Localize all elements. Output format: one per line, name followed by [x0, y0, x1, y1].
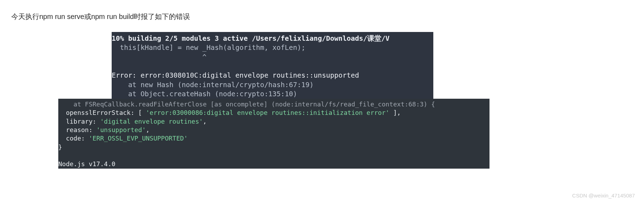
term2-line-4b: 'unsupported': [96, 126, 146, 133]
term2-line-8: Node.js v17.4.0: [58, 160, 116, 168]
term1-line-2: this[kHandle] = new _Hash(algorithm, xof…: [112, 44, 305, 52]
term2-line-5a: code:: [58, 135, 89, 142]
terminal-block-2: at FSReqCallback.readFileAfterClose [as …: [58, 99, 489, 168]
term2-line-3c: ,: [203, 118, 207, 125]
term1-line-5: Error: error:0308010C:digital envelope r…: [112, 71, 359, 79]
term1-line-1: 10% building 2/5 modules 3 active /Users…: [112, 34, 389, 43]
term2-line-2a: opensslErrorStack: [: [58, 109, 146, 116]
term2-line-2b: 'error:03000086:digital envelope routine…: [146, 109, 389, 116]
term1-line-7: at Object.createHash (node:crypto:135:10…: [112, 90, 297, 98]
watermark: CSDN @weixin_47145087: [572, 193, 635, 198]
term2-line-3a: library:: [58, 118, 100, 125]
term2-line-4a: reason:: [58, 126, 96, 133]
term2-line-5b: 'ERR_OSSL_EVP_UNSUPPORTED': [89, 135, 188, 142]
intro-text: 今天执行npm run serve或npm run build时报了如下的错误: [11, 12, 644, 21]
term2-line-2c: ],: [389, 109, 401, 116]
term2-line-3b: 'digital envelope routines': [100, 118, 203, 125]
term1-line-6: at new Hash (node:internal/crypto/hash:6…: [112, 81, 314, 89]
term1-line-3: ^: [112, 53, 206, 61]
term2-line-6: }: [58, 143, 62, 151]
terminal-block-1: 10% building 2/5 modules 3 active /Users…: [112, 32, 433, 99]
term2-line-4c: ,: [146, 126, 150, 133]
term2-line-1: at FSReqCallback.readFileAfterClose [as …: [58, 100, 435, 108]
